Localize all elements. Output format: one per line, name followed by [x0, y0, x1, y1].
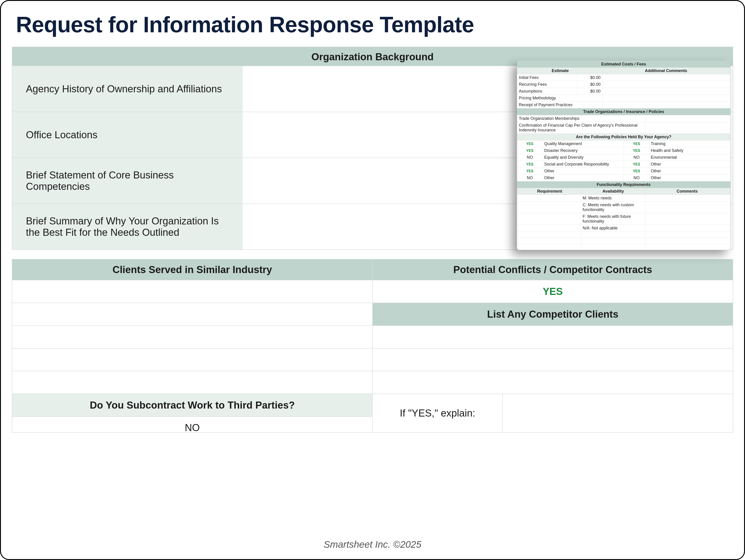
table-row: List Any Competitor Clients	[12, 303, 733, 325]
table-row: YESDisaster RecoveryYESHealth and Safety	[517, 147, 730, 154]
clients-header: Clients Served in Similar Industry	[12, 259, 372, 280]
table-row: Initial Fees$0.00	[517, 74, 730, 81]
table-row	[12, 325, 733, 348]
conflicts-header: Potential Conflicts / Competitor Contrac…	[372, 259, 733, 280]
functionality-subheader: Requirement Availability Comments	[517, 188, 730, 195]
table-row	[517, 238, 730, 244]
table-row: N/A: Not applicable	[517, 225, 730, 231]
row-label: Brief Statement of Core Business Compete…	[12, 158, 243, 204]
table-row: Trade Organization Memberships	[517, 115, 730, 122]
list-competitors-header: List Any Competitor Clients	[372, 303, 733, 325]
if-yes-value[interactable]	[502, 394, 733, 432]
competitor-cell[interactable]	[372, 371, 733, 394]
conflict-value[interactable]: YES	[372, 280, 733, 303]
competitor-cell[interactable]	[372, 326, 733, 348]
estimate-label: Estimate	[518, 68, 603, 73]
functionality-header: Functionality Requirements	[517, 181, 730, 188]
client-cell[interactable]	[12, 371, 372, 394]
table-row	[517, 244, 730, 250]
table-row	[517, 231, 730, 238]
table-row: YESSocial and Corporate ResponsibilityYE…	[517, 161, 730, 167]
table-row: NOOtherNOOther	[517, 175, 730, 181]
client-cell[interactable]	[12, 280, 372, 303]
table-row: M: Meets needs	[517, 195, 730, 201]
table-row: YESQuality ManagementYESTraining	[517, 140, 730, 147]
table-row: Recurring Fees$0.00	[517, 81, 730, 88]
trade-header: Trade Organizations / Insurance / Polici…	[517, 108, 730, 115]
table-row: YESOtherYESOther	[517, 167, 730, 175]
competitor-cell[interactable]	[372, 348, 733, 371]
table-row: C: Meets needs with custom functionality	[517, 201, 730, 213]
policies-question: Are the Following Policies Held By Your …	[517, 133, 730, 140]
table-row: Pricing Methodology	[517, 95, 730, 101]
preview-card: Estimated Costs / Fees Estimate Addition…	[517, 60, 731, 250]
table-row	[12, 348, 733, 371]
subcontract-answer[interactable]: NO	[12, 416, 372, 439]
table-row: Confirmation of Financial Cap Per Claim …	[517, 122, 730, 133]
row-label: Office Locations	[12, 112, 243, 158]
table-row: Clients Served in Similar Industry Poten…	[12, 259, 733, 280]
subcontract-question: Do You Subcontract Work to Third Parties…	[12, 394, 372, 416]
table-row: Do You Subcontract Work to Third Parties…	[12, 394, 733, 432]
row-label: Agency History of Ownership and Affiliat…	[12, 66, 243, 112]
costs-header: Estimated Costs / Fees	[517, 61, 730, 67]
costs-subheader: Estimate Additional Comments	[517, 67, 730, 74]
table-row	[12, 371, 733, 394]
table-row: NOEquality and DiversityNOEnvironmental	[517, 154, 730, 161]
table-row: F: Meets needs with future functionality	[517, 213, 730, 225]
client-cell[interactable]	[12, 326, 372, 348]
row-label: Brief Summary of Why Your Organization I…	[12, 204, 243, 249]
table-row: YES	[12, 280, 733, 303]
document-page: Request for Information Response Templat…	[0, 0, 745, 560]
page-title: Request for Information Response Templat…	[16, 12, 735, 37]
footer-attribution: Smartsheet Inc. ©2025	[1, 539, 744, 550]
client-cell[interactable]	[12, 348, 372, 371]
client-cell[interactable]	[12, 303, 372, 325]
table-row: Receipt of Payment Practices	[517, 101, 730, 108]
table-row: Assumptions$0.00	[517, 88, 730, 95]
if-yes-label: If "YES," explain:	[373, 394, 502, 432]
additional-label: Additional Comments	[603, 68, 729, 73]
clients-conflicts-table: Clients Served in Similar Industry Poten…	[12, 259, 733, 433]
